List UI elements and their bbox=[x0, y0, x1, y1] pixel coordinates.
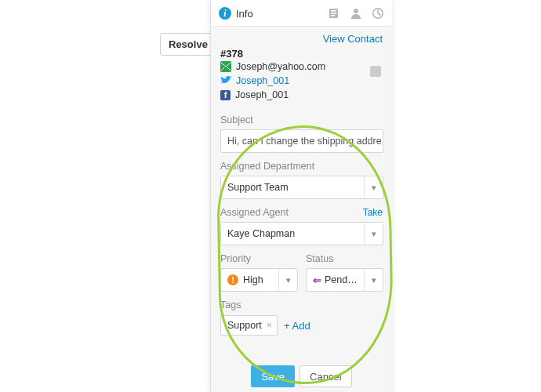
priority-select[interactable]: !High ▾ bbox=[220, 268, 298, 292]
panel-title: Info bbox=[236, 8, 253, 20]
svg-rect-2 bbox=[331, 13, 336, 14]
person-icon[interactable] bbox=[350, 7, 362, 20]
status-select[interactable]: ⇐Pend… ▾ bbox=[306, 268, 383, 292]
subject-input[interactable]: Hi, can I change the shipping addre bbox=[220, 129, 383, 153]
remove-tag-icon[interactable]: × bbox=[267, 320, 272, 331]
resolve-label: Resolve bbox=[169, 38, 208, 50]
label-priority: Priority bbox=[220, 253, 251, 264]
label-department: Assigned Department bbox=[220, 161, 314, 172]
chevron-down-icon[interactable]: ▾ bbox=[364, 176, 383, 198]
chevron-down-icon[interactable]: ▾ bbox=[364, 269, 383, 291]
contact-facebook: Joseph_001 bbox=[235, 89, 289, 100]
contacts-icon[interactable] bbox=[328, 7, 340, 20]
label-tags: Tags bbox=[220, 299, 241, 310]
twitter-icon bbox=[220, 75, 231, 86]
svg-rect-3 bbox=[331, 15, 335, 16]
info-panel: i Info View Contact #378 Joseph@yahoo.co… bbox=[210, 0, 392, 392]
take-link[interactable]: Take bbox=[363, 207, 383, 218]
svg-point-4 bbox=[354, 9, 358, 13]
view-contact-link[interactable]: View Contact bbox=[323, 33, 383, 45]
department-select[interactable]: Support Team ▾ bbox=[220, 176, 383, 199]
status-pending-icon: ⇐ bbox=[313, 274, 321, 286]
save-button[interactable]: Save bbox=[251, 365, 295, 387]
info-icon: i bbox=[219, 7, 231, 20]
cancel-button[interactable]: Cancel bbox=[300, 365, 351, 387]
chevron-down-icon[interactable]: ▾ bbox=[278, 269, 297, 291]
agent-select[interactable]: Kaye Chapman ▾ bbox=[220, 222, 383, 245]
ticket-id: #378 bbox=[211, 48, 392, 60]
contact-twitter[interactable]: Joseph_001 bbox=[236, 75, 289, 86]
label-status: Status bbox=[306, 253, 333, 264]
mail-icon bbox=[220, 61, 231, 72]
tag-chip[interactable]: Support × bbox=[220, 315, 278, 336]
facebook-icon: f bbox=[220, 90, 231, 100]
history-icon[interactable] bbox=[372, 7, 384, 20]
label-agent: Assigned Agent bbox=[220, 207, 289, 218]
add-tag-link[interactable]: + Add bbox=[284, 320, 310, 332]
svg-rect-1 bbox=[331, 10, 336, 12]
contact-email: Joseph@yahoo.com bbox=[236, 61, 325, 72]
chevron-down-icon[interactable]: ▾ bbox=[364, 223, 383, 245]
vcard-icon[interactable] bbox=[370, 66, 381, 77]
label-subject: Subject bbox=[220, 114, 253, 125]
priority-high-icon: ! bbox=[227, 274, 238, 285]
